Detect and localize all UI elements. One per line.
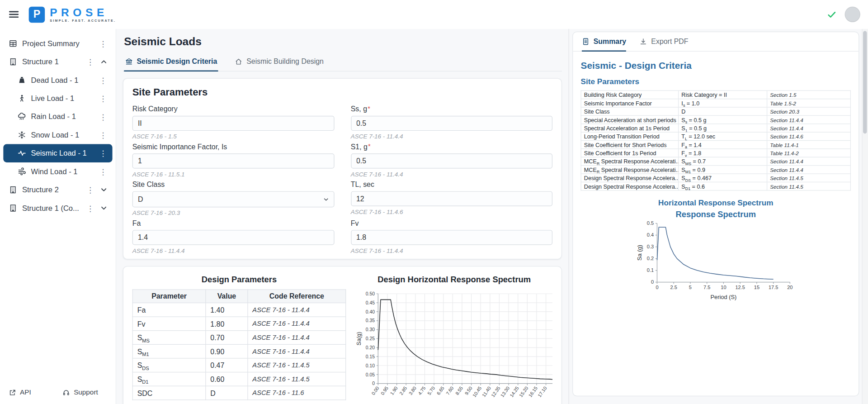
sidebar-item-dead-load-1[interactable]: Dead Load - 1⋮ xyxy=(3,71,112,89)
code-reference: ASCE 7-16 - 11.4.4 xyxy=(351,247,552,254)
sidebar-item-label: Seismic Load - 1 xyxy=(31,149,87,157)
summary-value-cell: Fv = 1.8 xyxy=(679,149,767,157)
tab-summary[interactable]: Summary xyxy=(582,32,626,52)
rp-chart-title: Response Spectrum xyxy=(581,209,851,219)
sidebar: Project Summary⋮Structure 1⋮Dead Load - … xyxy=(0,29,116,404)
svg-text:0.35: 0.35 xyxy=(366,318,375,323)
code-reference: ASCE 7-16 - 11.4.4 xyxy=(351,133,552,140)
external-link-icon xyxy=(9,389,16,396)
site-class-select[interactable]: D xyxy=(132,191,334,208)
kebab-menu-icon[interactable]: ⋮ xyxy=(98,113,108,120)
kebab-menu-icon[interactable]: ⋮ xyxy=(98,95,108,102)
summary-body: Seismic - Design Criteria Site Parameter… xyxy=(573,52,859,304)
tab-seismic-design-criteria[interactable]: Seismic Design Criteria xyxy=(124,55,218,71)
chevron-up-icon[interactable] xyxy=(99,57,108,66)
chevron-down-icon[interactable] xyxy=(99,185,108,194)
summary-row: MCER Spectral Response Accelerati...SM1 … xyxy=(581,166,850,174)
svg-text:0.2: 0.2 xyxy=(647,256,654,261)
sidebar-item-seismic-load-1[interactable]: Seismic Load - 1⋮ xyxy=(3,144,112,162)
support-link-label: Support xyxy=(74,389,98,396)
svg-text:0.5: 0.5 xyxy=(647,220,654,226)
sidebar-item-label: Snow Load - 1 xyxy=(31,131,80,139)
sidebar-item-snow-load-1[interactable]: Snow Load - 1⋮ xyxy=(3,126,112,144)
summary-ref-cell: Section 1.5 xyxy=(767,90,851,99)
field-label: Fv xyxy=(351,219,552,227)
building-icon xyxy=(9,185,17,194)
logo-tagline: SIMPLE. FAST. ACCURATE. xyxy=(50,19,116,22)
summary-value-cell: Risk Category = II xyxy=(679,90,767,99)
kebab-menu-icon[interactable]: ⋮ xyxy=(98,40,108,48)
criteria-bank-icon xyxy=(125,57,133,65)
kebab-menu-icon[interactable]: ⋮ xyxy=(98,149,108,157)
s1-g-input[interactable] xyxy=(351,153,552,168)
summary-param-cell: Site Class xyxy=(581,107,679,115)
scrollbar-thumb[interactable] xyxy=(863,31,867,134)
table-header-row: Parameter Value Code Reference xyxy=(132,290,345,303)
field-fv: FvASCE 7-16 - 11.4.4 xyxy=(351,219,552,254)
required-asterisk: * xyxy=(368,105,370,113)
tab-label: Seismic Building Design xyxy=(246,57,324,65)
scrollbar[interactable] xyxy=(862,29,868,404)
sidebar-item-label: Project Summary xyxy=(22,39,80,48)
sidebar-item-project-summary[interactable]: Project Summary⋮ xyxy=(3,34,112,52)
sidebar-item-live-load-1[interactable]: Live Load - 1⋮ xyxy=(3,89,112,107)
kebab-menu-icon[interactable]: ⋮ xyxy=(98,131,108,139)
col-parameter: Parameter xyxy=(132,290,206,303)
summary-ref-cell: Section 11.4.5 xyxy=(767,174,851,182)
tab-label: Export PDF xyxy=(651,37,688,45)
chevron-down-icon[interactable] xyxy=(99,204,108,212)
kebab-menu-icon[interactable]: ⋮ xyxy=(85,204,95,212)
kebab-menu-icon[interactable]: ⋮ xyxy=(98,76,108,84)
summary-param-cell: Special Acceleration at short periods xyxy=(581,115,679,124)
kebab-menu-icon[interactable]: ⋮ xyxy=(85,58,95,66)
site-parameters-heading: Site Parameters xyxy=(132,86,552,98)
tab-export-pdf[interactable]: Export PDF xyxy=(640,32,689,52)
summary-value-cell: D xyxy=(679,107,767,115)
summary-value-cell: Fa = 1.4 xyxy=(679,141,767,149)
tl-sec-input[interactable] xyxy=(351,191,552,206)
site-parameters-form: Risk CategoryASCE 7-16 - 1.5Ss, g*ASCE 7… xyxy=(132,105,552,257)
summary-value-cell: SD1 = 0.6 xyxy=(679,182,767,190)
sidebar-item-rain-load-1[interactable]: Rain Load - 1⋮ xyxy=(3,108,112,126)
kebab-menu-icon[interactable]: ⋮ xyxy=(98,168,108,176)
parameter-cell: SD1 xyxy=(132,372,206,386)
api-link[interactable]: API xyxy=(9,389,31,396)
code-reference: ASCE 7-16 - 20.3 xyxy=(132,209,334,216)
response-spectrum-chart: 00.10.20.30.40.502.557.51012.51517.520Pe… xyxy=(581,219,851,301)
kebab-menu-icon[interactable]: ⋮ xyxy=(85,186,95,194)
tab-label: Seismic Design Criteria xyxy=(137,57,217,65)
code-reference: ASCE 7-16 - 11.4.4 xyxy=(132,247,334,254)
tab-seismic-building-design[interactable]: Seismic Building Design xyxy=(234,55,325,71)
svg-text:7.60: 7.60 xyxy=(445,385,455,396)
field-label: Seismic Importance Factor, Is xyxy=(132,143,334,151)
summary-row: Design Spectral Response Accelera...SD1 … xyxy=(581,182,850,190)
avatar[interactable] xyxy=(845,7,860,22)
summary-ref-cell: Section 11.4.4 xyxy=(767,166,851,174)
risk-category-input[interactable] xyxy=(132,116,334,131)
fv-input[interactable] xyxy=(351,230,552,245)
fa-input[interactable] xyxy=(132,230,334,245)
value-cell: 0.60 xyxy=(206,372,248,386)
wind-icon xyxy=(18,167,26,176)
topbar-right xyxy=(827,7,860,22)
sidebar-item-structure-1-co[interactable]: Structure 1 (Co...⋮ xyxy=(3,199,112,217)
rain-icon xyxy=(18,113,26,121)
svg-text:1.90: 1.90 xyxy=(389,385,399,396)
summary-panel: Summary Export PDF Seismic - Design Crit… xyxy=(569,29,863,404)
support-link[interactable]: Support xyxy=(63,389,98,396)
design-parameter-row: Fv1.80ASCE 7-16 - 11.4.4 xyxy=(132,317,345,331)
seismic-importance-factor-is-input[interactable] xyxy=(132,153,334,168)
snow-icon xyxy=(18,131,26,139)
design-parameters-card: Design Parameters Parameter Value Code R… xyxy=(123,266,562,404)
site-parameters-card: Site Parameters Risk CategoryASCE 7-16 -… xyxy=(123,78,562,260)
response-spectrum-section: Design Horizontal Response Spectrum 00.0… xyxy=(356,274,552,404)
api-link-label: API xyxy=(20,389,31,396)
field-label: Site Class xyxy=(132,180,334,188)
sidebar-item-wind-load-1[interactable]: Wind Load - 1⋮ xyxy=(3,162,112,181)
design-parameters-title: Design Parameters xyxy=(132,274,346,284)
menu-icon[interactable] xyxy=(8,8,20,20)
ss-g-input[interactable] xyxy=(351,116,552,131)
sidebar-item-structure-1[interactable]: Structure 1⋮ xyxy=(3,52,112,71)
sidebar-item-structure-2[interactable]: Structure 2⋮ xyxy=(3,181,112,199)
svg-text:12.5: 12.5 xyxy=(735,285,745,290)
